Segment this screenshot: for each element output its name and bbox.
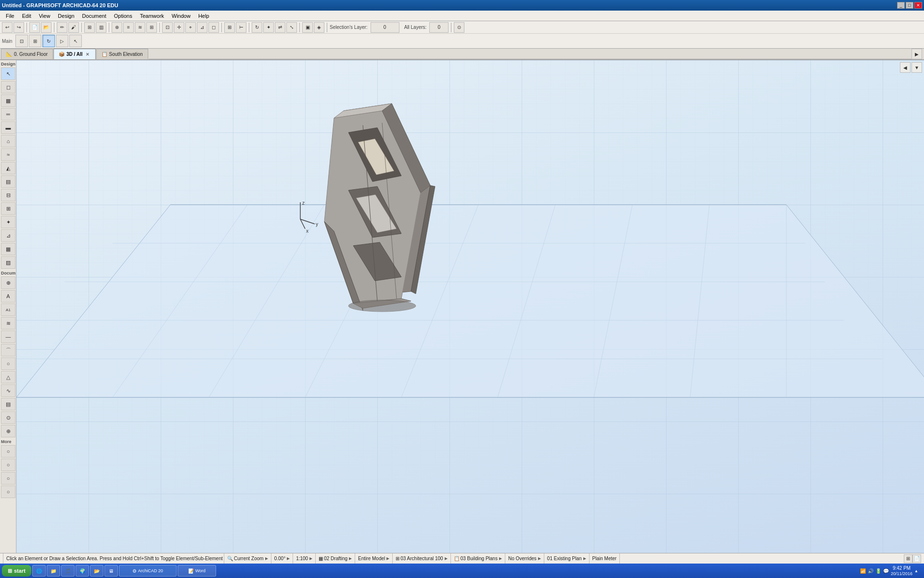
sidebar-line[interactable]: —: [1, 330, 15, 343]
tool-btn3[interactable]: ≋: [135, 22, 145, 33]
viewport-nav-button[interactable]: ◀: [900, 62, 911, 73]
sidebar-figure[interactable]: ▤: [1, 398, 15, 410]
view-nav-btn[interactable]: ▷: [56, 35, 68, 47]
tool-btn1[interactable]: ⊕: [112, 22, 122, 33]
sidebar-stair[interactable]: ▤: [1, 175, 15, 188]
snap-btn1[interactable]: ⊡: [162, 22, 173, 33]
status-units[interactable]: Plain Meter: [590, 553, 620, 564]
layout-btn1[interactable]: ⊞: [84, 22, 95, 33]
status-existing-plan[interactable]: 01 Existing Plan ▶: [544, 553, 590, 564]
view-select-btn[interactable]: ↖: [69, 35, 82, 47]
grid-toggle[interactable]: ⊞: [224, 22, 235, 33]
sidebar-more3[interactable]: ○: [1, 472, 15, 485]
new-button[interactable]: 📄: [29, 22, 40, 33]
sidebar-wall[interactable]: ◻: [1, 81, 15, 93]
sidebar-door[interactable]: ⊟: [1, 189, 15, 201]
snap-btn2[interactable]: ✛: [174, 22, 184, 33]
tab-south-elevation[interactable]: 📋 South Elevation: [96, 49, 148, 59]
sidebar-lamp[interactable]: ⊿: [1, 229, 15, 242]
taskbar-explorer[interactable]: 📁: [47, 565, 60, 577]
system-clock[interactable]: 9:42 PM 20/11/2016: [891, 565, 912, 577]
status-page-toggle[interactable]: 📄: [912, 554, 921, 563]
mirror-btn[interactable]: ⇌: [275, 22, 285, 33]
close-button[interactable]: ✕: [914, 2, 922, 9]
status-scale[interactable]: 1:100 ▶: [293, 553, 316, 564]
sidebar-pointer[interactable]: ↖: [1, 67, 15, 80]
sidebar-more2[interactable]: ○: [1, 459, 15, 471]
sidebar-curtainwall[interactable]: ▦: [1, 243, 15, 255]
sidebar-more1[interactable]: ○: [1, 445, 15, 458]
sidebar-shell[interactable]: ≈: [1, 148, 15, 161]
sidebar-arc[interactable]: ⌒: [1, 344, 15, 356]
viewport-3d[interactable]: z y x: [16, 60, 924, 553]
sidebar-label[interactable]: A1: [1, 303, 15, 316]
pencil-button[interactable]: ✏: [57, 22, 67, 33]
sidebar-more4[interactable]: ○: [1, 486, 15, 498]
taskbar-files[interactable]: 📂: [90, 565, 103, 577]
menu-teamwork[interactable]: Teamwork: [136, 12, 168, 20]
status-overrides[interactable]: No Overrides ▶: [505, 553, 544, 564]
sidebar-slab[interactable]: ▬: [1, 121, 15, 134]
view-floorplan-btn[interactable]: ⊞: [29, 35, 41, 47]
sidebar-detail[interactable]: ⊕: [1, 425, 15, 437]
3d-btn1[interactable]: ▣: [302, 22, 313, 33]
redo-button[interactable]: ↪: [13, 22, 24, 33]
move-btn[interactable]: ✦: [263, 22, 274, 33]
maximize-button[interactable]: □: [906, 2, 913, 9]
sidebar-drawing[interactable]: ⊙: [1, 411, 15, 424]
sidebar-zone[interactable]: ▨: [1, 256, 15, 269]
menu-options[interactable]: Options: [110, 12, 136, 20]
snap-btn4[interactable]: ⊿: [197, 22, 207, 33]
menu-document[interactable]: Document: [78, 12, 110, 20]
rotate-btn[interactable]: ↻: [252, 22, 262, 33]
sidebar-window[interactable]: ⊞: [1, 202, 15, 215]
sidebar-circle[interactable]: ○: [1, 357, 15, 370]
sidebar-roof[interactable]: ⌂: [1, 135, 15, 147]
taskbar-vm[interactable]: 🖥: [104, 565, 118, 577]
3d-btn2[interactable]: ◈: [314, 22, 324, 33]
tool-btn2[interactable]: ≡: [123, 22, 134, 33]
layout-btn2[interactable]: ▥: [96, 22, 106, 33]
sidebar-morph[interactable]: ◭: [1, 162, 15, 174]
sidebar-hatch[interactable]: ≋: [1, 317, 15, 329]
status-model-view[interactable]: Entire Model ▶: [355, 553, 393, 564]
menu-edit[interactable]: Edit: [18, 12, 35, 20]
taskbar-media[interactable]: 🎵: [61, 565, 75, 577]
open-button[interactable]: 📂: [41, 22, 51, 33]
all-layers-select[interactable]: 0: [429, 22, 449, 33]
tab-3d-close[interactable]: ✕: [85, 52, 90, 57]
status-layer-set[interactable]: ▦ 02 Drafting ▶: [316, 553, 355, 564]
status-grid-toggle[interactable]: ⊞: [904, 554, 912, 563]
status-zoom[interactable]: 🔍 Current Zoom ▶: [224, 553, 271, 564]
menu-view[interactable]: View: [35, 12, 54, 20]
scale-btn[interactable]: ⤡: [286, 22, 297, 33]
status-arch-scale[interactable]: ⊞ 03 Architectural 100 ▶: [393, 553, 450, 564]
sidebar-beam[interactable]: ═: [1, 108, 15, 120]
sidebar-column[interactable]: ▦: [1, 94, 15, 107]
menu-file[interactable]: File: [2, 12, 18, 20]
undo-button[interactable]: ↩: [2, 22, 13, 33]
tray-notification[interactable]: 💬: [883, 568, 889, 574]
menu-help[interactable]: Help: [194, 12, 213, 20]
taskbar-word[interactable]: 📝 Word: [178, 565, 216, 577]
menu-design[interactable]: Design: [54, 12, 78, 20]
taskbar-chrome[interactable]: 🌍: [76, 565, 89, 577]
tab-nav-button[interactable]: ▶: [911, 49, 922, 59]
layer-select[interactable]: 0: [371, 22, 399, 33]
snap-btn3[interactable]: ⌖: [185, 22, 196, 33]
status-building-plans[interactable]: 📋 03 Building Plans ▶: [451, 553, 505, 564]
tray-expand[interactable]: ▲: [914, 569, 918, 573]
view-2d-btn[interactable]: ⊡: [15, 35, 28, 47]
start-button[interactable]: ⊞ start: [2, 565, 31, 577]
sidebar-spline[interactable]: ∿: [1, 384, 15, 397]
compass-btn[interactable]: ⊙: [454, 22, 464, 33]
sidebar-object[interactable]: ✦: [1, 216, 15, 228]
tool-btn4[interactable]: ⊞: [146, 22, 157, 33]
sidebar-dimension[interactable]: ⊕: [1, 276, 15, 289]
measure-btn[interactable]: ⊢: [236, 22, 246, 33]
paint-button[interactable]: 🖌: [68, 22, 79, 33]
tab-3d[interactable]: 📦 3D / All ✕: [53, 49, 96, 59]
viewport-expand[interactable]: ▼: [911, 62, 922, 73]
view-3d-btn[interactable]: ↻: [42, 35, 55, 47]
tab-ground-floor[interactable]: 📐 0. Ground Floor: [1, 49, 53, 59]
